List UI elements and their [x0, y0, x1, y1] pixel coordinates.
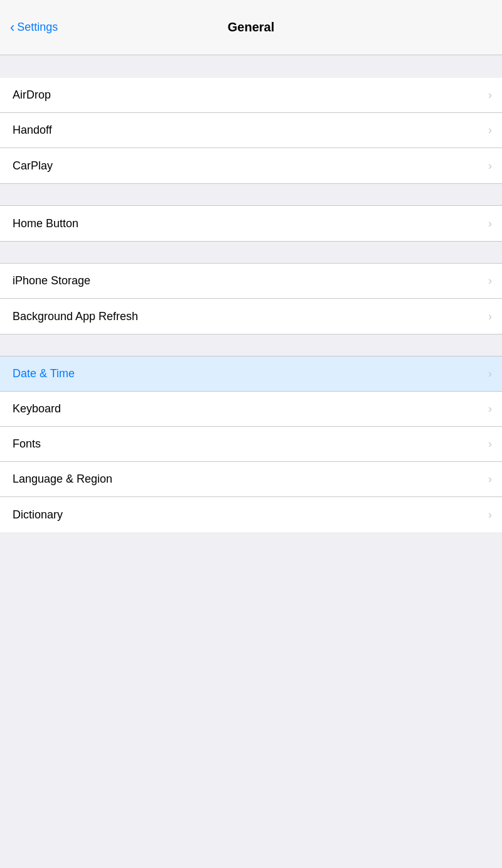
background-app-refresh-label: Background App Refresh [13, 310, 138, 323]
home-button-chevron-icon: › [488, 217, 492, 230]
settings-group-3: iPhone Storage › Background App Refresh … [0, 264, 502, 334]
carplay-label: CarPlay [13, 159, 53, 173]
back-chevron-icon: ‹ [10, 19, 14, 36]
keyboard-label: Keyboard [13, 402, 61, 415]
iphone-storage-chevron-icon: › [488, 274, 492, 287]
settings-item-carplay[interactable]: CarPlay › [0, 148, 502, 183]
settings-item-date-time[interactable]: Date & Time › [0, 356, 502, 392]
settings-item-iphone-storage[interactable]: iPhone Storage › [0, 264, 502, 299]
airdrop-label: AirDrop [13, 88, 51, 102]
settings-item-background-app-refresh[interactable]: Background App Refresh › [0, 299, 502, 334]
page-title: General [228, 20, 274, 35]
carplay-chevron-icon: › [488, 159, 492, 173]
settings-item-airdrop[interactable]: AirDrop › [0, 78, 502, 113]
home-button-label: Home Button [13, 217, 78, 230]
settings-item-fonts[interactable]: Fonts › [0, 427, 502, 462]
settings-group-1: AirDrop › Handoff › CarPlay › [0, 78, 502, 183]
handoff-label: Handoff [13, 124, 52, 137]
navigation-bar: ‹ Settings General [0, 0, 502, 55]
section-gap-1 [0, 183, 502, 206]
fonts-chevron-icon: › [488, 437, 492, 451]
handoff-chevron-icon: › [488, 124, 492, 137]
settings-item-language-region[interactable]: Language & Region › [0, 462, 502, 497]
settings-item-dictionary[interactable]: Dictionary › [0, 497, 502, 532]
section-gap-2 [0, 241, 502, 264]
settings-group-2: Home Button › [0, 206, 502, 241]
language-region-label: Language & Region [13, 473, 112, 486]
keyboard-chevron-icon: › [488, 402, 492, 415]
settings-group-4: Date & Time › Keyboard › Fonts › Languag… [0, 356, 502, 532]
settings-item-home-button[interactable]: Home Button › [0, 206, 502, 241]
section-gap-3 [0, 334, 502, 356]
language-region-chevron-icon: › [488, 473, 492, 486]
background-app-refresh-chevron-icon: › [488, 310, 492, 323]
date-time-label: Date & Time [13, 367, 75, 380]
airdrop-chevron-icon: › [488, 88, 492, 102]
back-button[interactable]: ‹ Settings [10, 19, 58, 36]
date-time-chevron-icon: › [488, 367, 492, 380]
settings-item-handoff[interactable]: Handoff › [0, 113, 502, 148]
bottom-section-gap [0, 532, 502, 570]
settings-item-keyboard[interactable]: Keyboard › [0, 392, 502, 427]
dictionary-label: Dictionary [13, 508, 63, 522]
fonts-label: Fonts [13, 437, 41, 451]
back-label: Settings [17, 21, 58, 34]
dictionary-chevron-icon: › [488, 508, 492, 522]
iphone-storage-label: iPhone Storage [13, 274, 90, 287]
top-section-gap [0, 55, 502, 78]
